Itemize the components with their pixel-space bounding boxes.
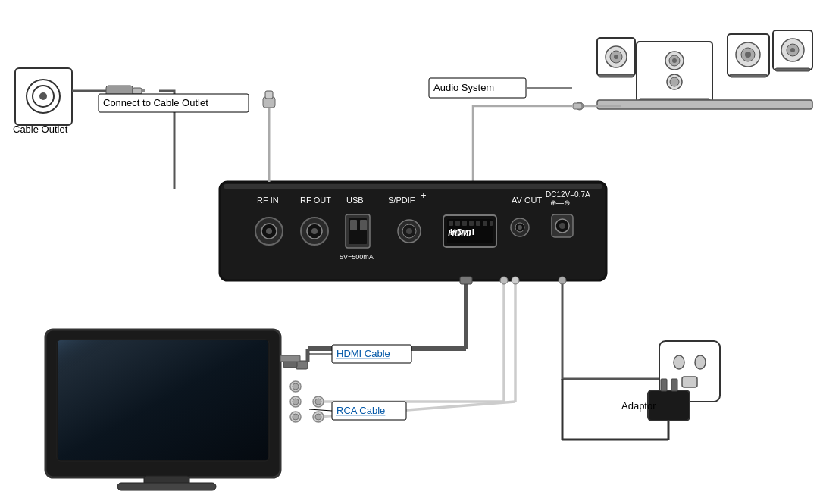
svg-rect-99	[58, 340, 164, 401]
svg-text:RF OUT: RF OUT	[300, 196, 331, 205]
svg-rect-103	[280, 355, 300, 362]
svg-rect-48	[360, 220, 367, 230]
svg-point-29	[614, 55, 618, 59]
svg-text:RF IN: RF IN	[257, 196, 279, 205]
svg-rect-25	[775, 68, 810, 71]
svg-rect-63	[483, 221, 487, 226]
svg-point-14	[670, 77, 679, 86]
svg-rect-78	[265, 91, 273, 99]
svg-rect-9	[637, 42, 712, 102]
svg-text:AV OUT: AV OUT	[512, 196, 542, 205]
svg-text:+: +	[421, 189, 427, 201]
svg-rect-60	[462, 221, 467, 226]
svg-point-12	[672, 58, 677, 63]
audio-system-label: Audio System	[433, 82, 494, 93]
svg-rect-58	[449, 221, 453, 226]
hdmi-cable-label: HDMI Cable	[336, 348, 390, 359]
svg-point-90	[293, 383, 299, 390]
svg-rect-110	[671, 379, 677, 391]
connection-diagram: RF IN RF OUT USB 5V=500mA + S/PDIF HDmi …	[0, 0, 823, 504]
svg-point-92	[293, 399, 299, 405]
svg-text:USB: USB	[346, 196, 364, 205]
svg-point-4	[39, 92, 47, 100]
connect-cable-label: Connect to Cable Outlet	[103, 97, 208, 108]
svg-point-106	[695, 355, 706, 369]
svg-rect-30	[599, 74, 634, 77]
svg-point-24	[790, 48, 795, 52]
svg-rect-36	[224, 184, 602, 189]
svg-point-70	[518, 225, 522, 230]
svg-point-75	[559, 223, 565, 229]
svg-text:DC12V=0.7A: DC12V=0.7A	[546, 190, 590, 199]
svg-rect-7	[133, 88, 142, 94]
svg-rect-79	[460, 277, 472, 284]
svg-point-39	[266, 228, 272, 234]
svg-point-94	[293, 414, 299, 420]
svg-rect-107	[682, 377, 697, 387]
svg-rect-8	[142, 89, 145, 92]
svg-point-84	[512, 277, 519, 284]
svg-rect-20	[730, 74, 767, 77]
svg-point-86	[315, 399, 321, 405]
svg-point-105	[674, 355, 684, 369]
svg-text:5V=500mA: 5V=500mA	[340, 253, 374, 261]
svg-rect-64	[490, 221, 493, 226]
svg-rect-62	[476, 221, 480, 226]
svg-rect-101	[117, 483, 216, 490]
adaptor-label: Adaptor	[621, 400, 656, 412]
svg-point-83	[500, 277, 508, 284]
svg-point-95	[559, 277, 566, 284]
svg-rect-47	[350, 220, 357, 230]
svg-text:HDMI: HDMI	[448, 228, 471, 239]
svg-point-53	[406, 228, 412, 234]
svg-rect-59	[455, 221, 460, 226]
svg-rect-109	[661, 379, 667, 391]
rca-cable-label: RCA Cable	[336, 405, 385, 416]
svg-text:S/PDIF: S/PDIF	[388, 196, 415, 205]
svg-rect-31	[597, 100, 812, 109]
svg-point-43	[311, 228, 318, 234]
svg-point-19	[745, 52, 751, 58]
svg-rect-61	[469, 221, 474, 226]
svg-rect-34	[573, 103, 582, 109]
svg-text:⊕—⊖: ⊕—⊖	[550, 199, 570, 207]
svg-point-88	[315, 414, 321, 420]
cable-outlet-label: Cable Outlet	[13, 124, 68, 135]
